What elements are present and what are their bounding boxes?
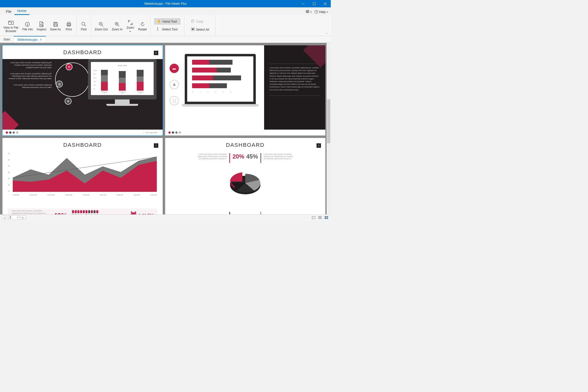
view-in-browser-button[interactable]: View in File Browser: [2, 18, 20, 33]
zoom-out-button[interactable]: Zoom Out: [93, 20, 110, 31]
menu-file[interactable]: File: [3, 8, 14, 15]
slide-thumbnail[interactable]: Lorem ipsum dolor sit amet, consectetur …: [165, 45, 325, 136]
page-number-field[interactable]: 5▾: [8, 215, 19, 220]
copy-button: Copy: [188, 18, 212, 25]
grid-icon: ⊞: [65, 98, 72, 104]
tab-start[interactable]: Start: [0, 36, 14, 42]
print-button[interactable]: Print: [63, 20, 75, 31]
vertical-scrollbar[interactable]: [326, 43, 331, 214]
save-as-button[interactable]: Save As: [48, 20, 63, 31]
svg-line-13: [42, 26, 43, 26]
text-panel: Lorem ipsum dolor sit amet, consectetur …: [264, 45, 325, 130]
clock-stat: 1:00 PM: [130, 212, 153, 214]
collapse-ribbon-button[interactable]: ︿: [326, 31, 328, 35]
view-single-button[interactable]: [311, 216, 316, 220]
hand-icon: ✋: [157, 20, 161, 23]
copy-icon: [191, 19, 194, 24]
svg-rect-14: [54, 24, 57, 26]
people-icons: [72, 210, 125, 214]
svg-point-5: [308, 10, 309, 11]
settings-button[interactable]: ▾: [306, 10, 312, 14]
zoom-in-icon: [115, 21, 120, 28]
svg-rect-43: [326, 216, 328, 217]
svg-rect-28: [158, 28, 158, 30]
select-all-icon: [191, 28, 194, 32]
hbar-chart: [190, 60, 250, 88]
file-info-button[interactable]: File Info: [20, 20, 35, 31]
menu-home[interactable]: Home: [14, 7, 30, 15]
svg-point-10: [27, 23, 28, 24]
hand-tool-button[interactable]: ✋Hand Tool: [154, 18, 180, 24]
help-label: Help: [319, 10, 326, 14]
save-icon: [53, 21, 58, 28]
area-chart: 70605040302010 9:00 AM10:00 AM11:00 AM12…: [13, 153, 157, 192]
find-button[interactable]: Find: [78, 20, 90, 31]
statusbar: ◁ 5▾ ▷: [0, 214, 331, 220]
svg-rect-15: [55, 22, 56, 24]
viewport: DASHBOARD 5 Lorem ipsum dolor sit amet, …: [0, 43, 331, 214]
tab-slideshow[interactable]: Slideshow.pps✕: [14, 36, 46, 43]
svg-point-6: [306, 11, 307, 12]
logo-placeholder: Your Logo Here: [143, 131, 159, 134]
svg-line-27: [118, 25, 119, 26]
search-icon: [81, 21, 86, 28]
maximize-button[interactable]: [309, 0, 320, 7]
laptop-graphic: 012345: [185, 54, 256, 106]
zoom-in-button[interactable]: Zoom In: [110, 20, 124, 31]
nav-dots: [6, 132, 18, 134]
svg-rect-40: [318, 216, 320, 219]
monitor-graphic: Chart Title 100%80%60%40%20%0% Category …: [88, 59, 156, 106]
svg-rect-11: [27, 24, 28, 26]
svg-rect-44: [325, 218, 326, 219]
view-grid-button[interactable]: [324, 216, 329, 220]
close-button[interactable]: [320, 0, 331, 7]
info-icon: [25, 21, 30, 28]
svg-rect-30: [157, 30, 158, 30]
slide-number: 7: [154, 143, 158, 148]
svg-rect-39: [312, 216, 315, 219]
chevron-down-icon: ▾: [130, 30, 131, 32]
alarm-icon: [130, 212, 137, 214]
svg-rect-45: [326, 218, 328, 219]
chevron-down-icon: ▾: [326, 11, 328, 13]
cursor-icon: [157, 27, 160, 31]
svg-rect-16: [68, 22, 70, 24]
inspect-button[interactable]: Inspect: [35, 20, 48, 31]
slide-title: DASHBOARD: [2, 138, 163, 150]
chevron-down-icon: ▾: [310, 11, 312, 13]
next-page-button[interactable]: ▷: [21, 215, 26, 220]
help-button[interactable]: ? Help ▾: [314, 10, 328, 14]
slide-thumbnail[interactable]: DASHBOARD 5 Lorem ipsum dolor sit amet, …: [2, 45, 163, 136]
svg-rect-1: [313, 2, 316, 5]
scroll-thumb[interactable]: [327, 99, 330, 143]
svg-rect-0: [302, 4, 304, 4]
svg-rect-42: [325, 216, 326, 217]
svg-point-7: [307, 12, 308, 13]
prev-page-button[interactable]: ◁: [2, 215, 7, 220]
zoom-button[interactable]: Zoom▾: [124, 18, 136, 33]
zoom-icon: [128, 19, 133, 26]
print-icon: [66, 21, 71, 28]
pie-chart: [224, 168, 266, 200]
select-tool-button[interactable]: Select Tool: [154, 26, 180, 32]
close-tab-button[interactable]: ✕: [40, 38, 42, 42]
window-buttons: [298, 0, 331, 7]
svg-point-12: [41, 24, 42, 26]
bar-chart: Category 1 Category 2 Category 3: [93, 68, 151, 91]
percentage-stat: 40%: [54, 212, 67, 214]
slide-thumbnail[interactable]: DASHBOARD 8 20%Lorem ipsum dolor sit ame…: [165, 138, 325, 214]
shield-icon: ◈: [170, 80, 179, 89]
cubes-icon: ⬚: [170, 96, 179, 105]
svg-rect-29: [157, 28, 158, 28]
slide-thumbnail[interactable]: DASHBOARD 7 70605040302010 9:00 AM10:00 …: [2, 138, 163, 214]
slide-number: 5: [154, 51, 158, 55]
minimize-button[interactable]: [298, 0, 309, 7]
inspect-icon: [39, 21, 44, 28]
view-two-button[interactable]: [318, 216, 322, 220]
select-all-button[interactable]: Select All: [188, 26, 212, 33]
svg-line-23: [102, 25, 103, 26]
svg-point-19: [82, 22, 85, 25]
rotate-button[interactable]: Rotate: [136, 20, 149, 31]
help-icon: ?: [314, 10, 318, 14]
folder-icon: [8, 19, 14, 26]
